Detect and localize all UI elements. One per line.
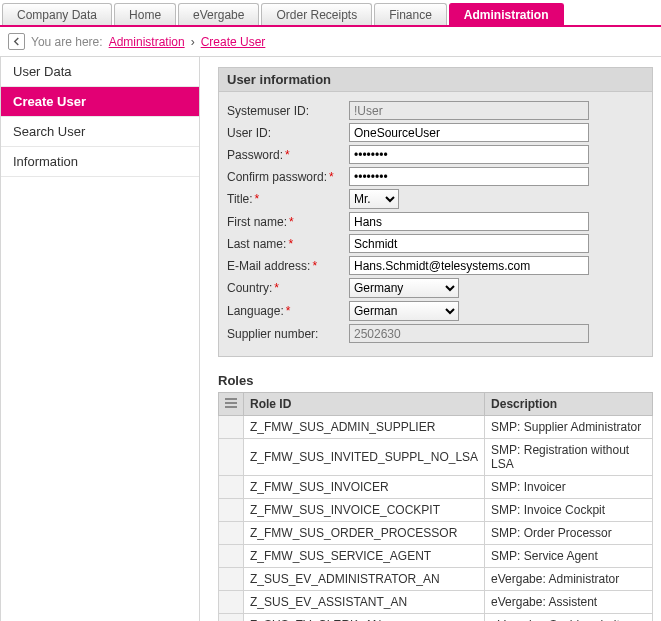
input-supplier-no [349,324,589,343]
row-selector[interactable] [219,614,244,622]
col-role-id[interactable]: Role ID [244,393,485,416]
input-title[interactable]: Mr.Ms. [349,189,399,209]
breadcrumb-administration[interactable]: Administration [109,35,185,49]
label-language: Language:* [227,304,349,318]
input-last-name[interactable] [349,234,589,253]
breadcrumb: You are here: Administration › Create Us… [0,27,661,57]
label-supplier-no: Supplier number: [227,327,349,341]
table-row[interactable]: Z_SUS_EV_ADMINISTRATOR_ANeVergabe: Admin… [219,568,653,591]
label-first-name: First name:* [227,215,349,229]
table-row[interactable]: Z_FMW_SUS_INVITED_SUPPL_NO_LSASMP: Regis… [219,439,653,476]
tab-order-receipts[interactable]: Order Receipts [261,3,372,25]
cell-role-id: Z_FMW_SUS_INVOICE_COCKPIT [244,499,485,522]
cell-description: SMP: Invoicer [485,476,653,499]
svg-rect-0 [225,398,237,400]
table-row[interactable]: Z_FMW_SUS_SERVICE_AGENTSMP: Service Agen… [219,545,653,568]
cell-description: SMP: Invoice Cockpit [485,499,653,522]
cell-role-id: Z_FMW_SUS_ADMIN_SUPPLIER [244,416,485,439]
breadcrumb-create-user[interactable]: Create User [201,35,266,49]
panel-title: User information [218,67,653,92]
table-row[interactable]: Z_FMW_SUS_ORDER_PROCESSORSMP: Order Proc… [219,522,653,545]
label-title: Title:* [227,192,349,206]
label-email: E-Mail address:* [227,259,349,273]
input-language[interactable]: German [349,301,459,321]
required-mark: * [286,304,291,318]
table-row[interactable]: Z_FMW_SUS_INVOICE_COCKPITSMP: Invoice Co… [219,499,653,522]
tab-finance[interactable]: Finance [374,3,447,25]
tab-evergabe[interactable]: eVergabe [178,3,259,25]
cell-description: eVergabe: Administrator [485,568,653,591]
required-mark: * [329,170,334,184]
cell-description: eVergabe: Assistent [485,591,653,614]
required-mark: * [288,237,293,251]
cell-description: eVergabe: Sachbearbeiter [485,614,653,622]
table-corner-icon [225,398,237,408]
cell-role-id: Z_FMW_SUS_SERVICE_AGENT [244,545,485,568]
row-selector[interactable] [219,416,244,439]
sidebar-item-create-user[interactable]: Create User [1,87,199,117]
tab-home[interactable]: Home [114,3,176,25]
label-password: Password:* [227,148,349,162]
sidebar: User DataCreate UserSearch UserInformati… [0,57,200,621]
sidebar-item-user-data[interactable]: User Data [1,57,199,87]
cell-role-id: Z_SUS_EV_CLERK_AN [244,614,485,622]
label-last-name: Last name:* [227,237,349,251]
input-user-id[interactable] [349,123,589,142]
breadcrumb-separator: › [191,35,195,49]
input-password[interactable] [349,145,589,164]
label-systemuser-id: Systemuser ID: [227,104,349,118]
row-selector[interactable] [219,522,244,545]
required-mark: * [255,192,260,206]
table-row[interactable]: Z_SUS_EV_ASSISTANT_ANeVergabe: Assistent [219,591,653,614]
cell-role-id: Z_SUS_EV_ADMINISTRATOR_AN [244,568,485,591]
cell-description: SMP: Supplier Administrator [485,416,653,439]
row-selector[interactable] [219,476,244,499]
svg-rect-2 [225,406,237,408]
row-selector[interactable] [219,545,244,568]
cell-description: SMP: Registration without LSA [485,439,653,476]
breadcrumb-prefix: You are here: [31,35,103,49]
cell-description: SMP: Service Agent [485,545,653,568]
sidebar-item-information[interactable]: Information [1,147,199,177]
back-button[interactable] [8,33,25,50]
cell-description: SMP: Order Processor [485,522,653,545]
table-row[interactable]: Z_FMW_SUS_INVOICERSMP: Invoicer [219,476,653,499]
row-selector[interactable] [219,499,244,522]
cell-role-id: Z_SUS_EV_ASSISTANT_AN [244,591,485,614]
user-form: Systemuser ID:User ID:Password:*Confirm … [218,92,653,357]
content-area: User information Systemuser ID:User ID:P… [200,57,661,621]
tab-company-data[interactable]: Company Data [2,3,112,25]
chevron-left-icon [12,37,21,46]
tab-administration[interactable]: Administration [449,3,564,25]
table-row[interactable]: Z_SUS_EV_CLERK_ANeVergabe: Sachbearbeite… [219,614,653,622]
cell-role-id: Z_FMW_SUS_INVOICER [244,476,485,499]
row-selector[interactable] [219,568,244,591]
col-description[interactable]: Description [485,393,653,416]
roles-heading: Roles [218,373,653,388]
input-systemuser-id [349,101,589,120]
input-confirm-pw[interactable] [349,167,589,186]
required-mark: * [274,281,279,295]
required-mark: * [285,148,290,162]
table-row[interactable]: Z_FMW_SUS_ADMIN_SUPPLIERSMP: Supplier Ad… [219,416,653,439]
cell-role-id: Z_FMW_SUS_INVITED_SUPPL_NO_LSA [244,439,485,476]
roles-table: Role ID Description Z_FMW_SUS_ADMIN_SUPP… [218,392,653,621]
input-country[interactable]: Germany [349,278,459,298]
label-country: Country:* [227,281,349,295]
input-first-name[interactable] [349,212,589,231]
required-mark: * [312,259,317,273]
svg-rect-1 [225,402,237,404]
required-mark: * [289,215,294,229]
main-tabs: Company DataHomeeVergabeOrder ReceiptsFi… [0,0,661,27]
label-confirm-pw: Confirm password:* [227,170,349,184]
sidebar-item-search-user[interactable]: Search User [1,117,199,147]
cell-role-id: Z_FMW_SUS_ORDER_PROCESSOR [244,522,485,545]
input-email[interactable] [349,256,589,275]
label-user-id: User ID: [227,126,349,140]
row-selector[interactable] [219,591,244,614]
select-all-header[interactable] [219,393,244,416]
row-selector[interactable] [219,439,244,476]
